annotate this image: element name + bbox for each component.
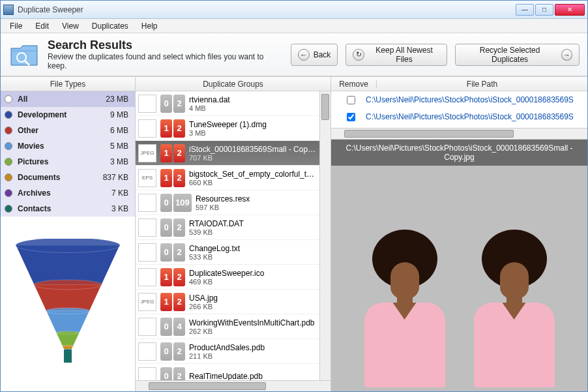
file-name: RealTimeUpdate.pdb: [189, 372, 317, 381]
page-subtitle: Review the duplicates found and select w…: [48, 52, 275, 70]
maximize-button[interactable]: □: [535, 4, 553, 16]
duplicate-group-row[interactable]: 12TuneSweeper (1).dmg3 MB: [136, 116, 319, 141]
details-header: Remove File Path: [331, 77, 587, 91]
preview-figure-left: [353, 230, 457, 386]
back-button[interactable]: ← Back: [291, 44, 338, 66]
file-type-icon: [138, 367, 156, 381]
file-size: 211 KB: [189, 352, 317, 360]
color-dot-icon: [5, 158, 12, 166]
file-type-label: Development: [18, 110, 105, 119]
count-badges: 02: [160, 367, 185, 381]
details-panel: Remove File Path C:\Users\Neil\Pictures\…: [331, 77, 587, 391]
svg-point-3: [34, 280, 102, 290]
file-type-label: Archives: [18, 188, 106, 198]
badge-total-count: 2: [173, 95, 185, 113]
file-name: iStock_000018683569Small - Copy.jpg: [189, 145, 317, 154]
file-type-label: Documents: [18, 173, 98, 182]
menu-duplicates[interactable]: Duplicates: [87, 20, 134, 32]
file-type-icon: [138, 243, 156, 262]
menubar: File Edit View Duplicates Help: [1, 19, 587, 33]
badge-keep-count: 0: [160, 318, 172, 336]
file-type-row[interactable]: All23 MB: [1, 91, 135, 107]
color-dot-icon: [5, 142, 12, 150]
duplicate-group-row[interactable]: 12DuplicateSweeper.ico469 KB: [136, 265, 319, 290]
menu-file[interactable]: File: [5, 20, 27, 32]
duplicate-group-row[interactable]: 04WorkingWithEventsInMultiChart.pdb262 K…: [136, 314, 319, 339]
horizontal-scrollbar[interactable]: [331, 128, 587, 139]
duplicate-groups-list[interactable]: 02rtvienna.dat4 MB12TuneSweeper (1).dmg3…: [136, 91, 319, 380]
file-path-list: C:\Users\Neil\Pictures\StockPhotos\iStoc…: [331, 91, 587, 125]
file-name: bigstock_Set_of_empty_colorful_tags: [189, 170, 317, 179]
vertical-scrollbar[interactable]: [319, 91, 331, 380]
badge-keep-count: 1: [160, 293, 172, 311]
remove-checkbox[interactable]: [347, 96, 355, 104]
file-type-row[interactable]: Archives7 KB: [1, 185, 135, 201]
file-type-label: Other: [18, 126, 105, 135]
badge-total-count: 2: [173, 268, 185, 286]
remove-column-header: Remove: [331, 80, 377, 89]
scroll-thumb[interactable]: [149, 382, 266, 390]
file-type-size: 3 KB: [111, 204, 128, 213]
header: Search Results Review the duplicates fou…: [1, 33, 587, 76]
file-size: 597 KB: [196, 204, 317, 211]
remove-checkbox[interactable]: [347, 113, 355, 121]
file-path-column-header: File Path: [377, 80, 587, 89]
keep-newest-button[interactable]: ↻ Keep All Newest Files: [345, 44, 447, 66]
file-type-row[interactable]: Contacts3 KB: [1, 201, 135, 217]
recycle-label: Recycle Selected Duplicates: [462, 46, 557, 64]
badge-keep-count: 0: [160, 243, 172, 262]
duplicate-group-row[interactable]: 0109Resources.resx597 KB: [136, 190, 319, 215]
badge-total-count: 2: [173, 342, 185, 361]
svg-point-6: [62, 345, 73, 346]
file-size: 707 KB: [189, 154, 317, 162]
file-type-label: Pictures: [18, 157, 105, 166]
file-types-panel: File Types All23 MBDevelopment9 MBOther6…: [1, 77, 136, 391]
badge-keep-count: 1: [160, 268, 172, 286]
horizontal-scrollbar[interactable]: [136, 380, 331, 391]
menu-view[interactable]: View: [57, 20, 84, 32]
funnel-chart: [1, 217, 135, 391]
main-columns: File Types All23 MBDevelopment9 MBOther6…: [1, 76, 587, 391]
file-type-row[interactable]: Pictures3 MB: [1, 154, 135, 170]
file-size: 4 MB: [189, 104, 317, 112]
duplicate-group-row[interactable]: 02ProductAndSales.pdb211 KB: [136, 339, 319, 364]
badge-total-count: 109: [173, 194, 192, 212]
refresh-icon: ↻: [353, 49, 364, 61]
file-type-row[interactable]: Movies5 MB: [1, 138, 135, 154]
scroll-thumb[interactable]: [321, 94, 329, 120]
menu-edit[interactable]: Edit: [30, 20, 54, 32]
duplicate-group-row[interactable]: 02ChangeLog.txt533 KB: [136, 240, 319, 265]
file-type-label: Movies: [18, 142, 105, 151]
titlebar[interactable]: Duplicate Sweeper — □ ✕: [1, 1, 587, 19]
file-name: TuneSweeper (1).dmg: [189, 120, 317, 129]
duplicate-group-row[interactable]: 02rtvienna.dat4 MB: [136, 91, 319, 116]
duplicate-group-row[interactable]: 02RTAIODAT.DAT539 KB: [136, 215, 319, 240]
file-name: RTAIODAT.DAT: [189, 219, 317, 228]
file-type-size: 23 MB: [106, 95, 128, 104]
file-type-size: 837 KB: [103, 173, 128, 182]
file-type-icon: [138, 318, 156, 336]
file-type-row[interactable]: Documents837 KB: [1, 170, 135, 185]
duplicate-group-row[interactable]: JPEG12iStock_000018683569Small - Copy.jp…: [136, 141, 319, 166]
file-type-icon: JPEG: [138, 144, 156, 162]
file-path-row[interactable]: C:\Users\Neil\Pictures\StockPhotos\iStoc…: [331, 91, 587, 108]
duplicate-group-row[interactable]: 02RealTimeUpdate.pdb: [136, 364, 319, 380]
duplicate-group-row[interactable]: JPEG12USA.jpg266 KB: [136, 290, 319, 314]
close-button[interactable]: ✕: [555, 4, 585, 16]
minimize-button[interactable]: —: [516, 4, 534, 16]
duplicate-group-row[interactable]: EPS12bigstock_Set_of_empty_colorful_tags…: [136, 166, 319, 190]
file-type-size: 5 MB: [110, 142, 128, 151]
badge-keep-count: 1: [160, 144, 172, 162]
image-preview: [331, 166, 587, 391]
app-window: Duplicate Sweeper — □ ✕ File Edit View D…: [0, 0, 588, 392]
file-path-text: C:\Users\Neil\Pictures\StockPhotos\iStoc…: [366, 112, 582, 121]
recycle-selected-button[interactable]: Recycle Selected Duplicates →: [455, 44, 580, 66]
scroll-thumb[interactable]: [344, 130, 514, 138]
menu-help[interactable]: Help: [136, 20, 163, 32]
file-type-row[interactable]: Other6 MB: [1, 123, 135, 138]
file-path-row[interactable]: C:\Users\Neil\Pictures\StockPhotos\iStoc…: [331, 108, 587, 125]
file-type-row[interactable]: Development9 MB: [1, 107, 135, 123]
badge-keep-count: 0: [160, 194, 172, 212]
duplicate-groups-header: Duplicate Groups: [136, 77, 331, 91]
svg-point-5: [56, 331, 80, 335]
